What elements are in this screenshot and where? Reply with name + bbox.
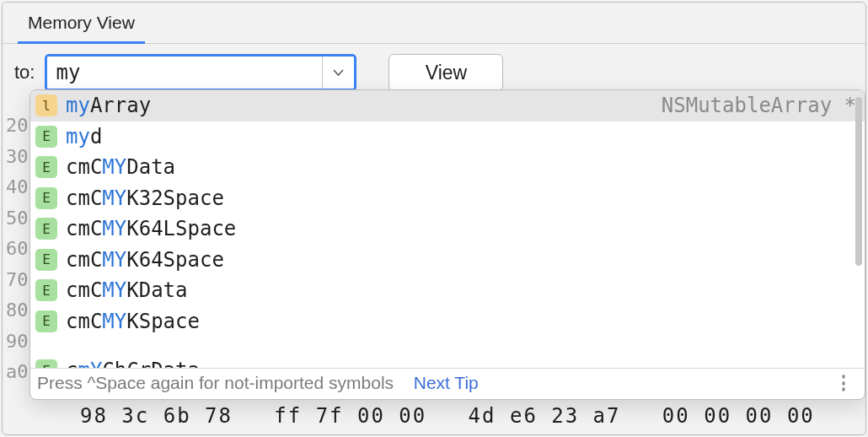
- suggestion-name: cmCMYK32Space: [66, 186, 856, 210]
- gutter-offset: 70: [6, 265, 29, 296]
- suggestion-name: cmCMYK64Space: [66, 248, 856, 272]
- gutter-offset: 80: [6, 295, 29, 326]
- suggestion-type: NSMutableArray *: [662, 94, 856, 117]
- gutter-offset: 50: [6, 203, 29, 235]
- gutter-offset: 60: [6, 234, 29, 265]
- enum-icon: E: [35, 249, 57, 271]
- suggestion-name: cmYChCrData: [66, 359, 856, 368]
- suggestion-row[interactable]: EcmCMYK32Space: [30, 183, 865, 214]
- enum-icon: E: [35, 310, 57, 332]
- gutter-offset: 90: [6, 326, 29, 358]
- enum-icon: E: [35, 279, 57, 301]
- suggestion-name: cmCMYKSpace: [66, 310, 856, 333]
- gutter-offset: a0: [6, 357, 29, 388]
- suggestion-name: myd: [66, 125, 856, 148]
- next-tip-link[interactable]: Next Tip: [414, 373, 479, 393]
- suggestion-name: cmCMYKData: [66, 278, 856, 302]
- local-icon: l: [35, 94, 57, 116]
- suggestion-name: cmCMYData: [66, 155, 856, 179]
- enum-icon: E: [35, 126, 57, 148]
- suggestion-row[interactable]: lmyArrayNSMutableArray *: [30, 90, 865, 121]
- memory-view-panel: Memory View to: View 2030405060708090a0 …: [2, 2, 866, 435]
- chevron-down-icon: [333, 69, 344, 77]
- suggestion-row[interactable]: Emyd: [30, 121, 865, 153]
- tab-memory-view[interactable]: Memory View: [18, 8, 145, 44]
- tab-bar: Memory View: [3, 3, 865, 44]
- enum-icon: E: [35, 359, 57, 368]
- more-icon[interactable]: ⋮: [834, 380, 856, 386]
- suggestion-list: lmyArrayNSMutableArray *EmydEcmCMYDataEc…: [30, 90, 865, 355]
- hex-gutter: 2030405060708090a0: [6, 111, 29, 388]
- suggestion-name: cmCMYK64LSpace: [66, 217, 856, 240]
- popup-footer: Press ^Space again for not-imported symb…: [30, 368, 865, 399]
- address-input[interactable]: [47, 57, 322, 89]
- gutter-offset: 40: [6, 172, 29, 203]
- suggestion-row[interactable]: EcmCMYKData: [30, 275, 865, 306]
- footer-hint: Press ^Space again for not-imported symb…: [37, 373, 394, 393]
- scrollbar-thumb[interactable]: [855, 97, 862, 266]
- to-label: to:: [13, 62, 38, 84]
- suggestion-row[interactable]: EcmCMYData: [30, 152, 865, 183]
- enum-icon: E: [35, 187, 57, 209]
- combo-dropdown-button[interactable]: [322, 57, 354, 89]
- suggestion-row[interactable]: EcmCMYKSpace: [30, 306, 865, 337]
- suggestion-row[interactable]: EcmCMYK64LSpace: [30, 213, 865, 245]
- autocomplete-popup: lmyArrayNSMutableArray *EmydEcmCMYDataEc…: [29, 89, 865, 400]
- gutter-offset: 30: [6, 142, 29, 173]
- enum-icon: E: [35, 156, 57, 178]
- suggestion-row-partial[interactable]: EcmYChCrData: [30, 355, 865, 368]
- suggestion-name: myArray: [66, 94, 655, 117]
- enum-icon: E: [35, 218, 57, 240]
- address-combo[interactable]: [45, 54, 356, 91]
- view-button[interactable]: View: [388, 54, 503, 91]
- suggestion-row[interactable]: EcmYChCrData: [30, 355, 865, 368]
- suggestion-row[interactable]: EcmCMYK64Space: [30, 245, 865, 276]
- gutter-offset: 20: [6, 111, 29, 142]
- hex-bytes-row: 98 3c 6b 78 ff 7f 00 00 4d e6 23 a7 00 0…: [80, 404, 815, 428]
